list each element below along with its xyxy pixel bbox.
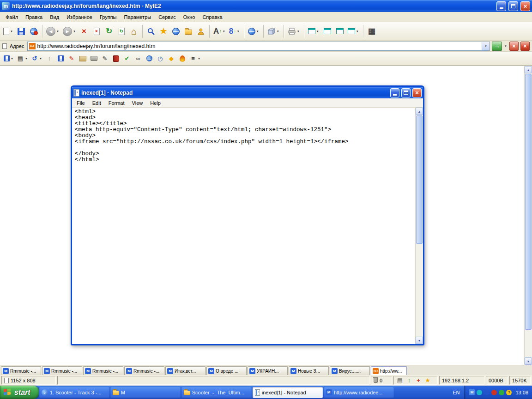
menu-options[interactable]: Параметры: [121, 13, 155, 21]
tool-book-button[interactable]: [111, 53, 121, 64]
window-tool-1-button[interactable]: ▾: [307, 24, 321, 39]
notepad-menu-file[interactable]: File: [73, 99, 89, 107]
refresh-all-button[interactable]: ↻: [115, 24, 127, 39]
forward-button[interactable]: ▶▾: [61, 24, 78, 39]
menu-file[interactable]: Файл: [2, 13, 22, 21]
menu-groups[interactable]: Группы: [96, 13, 121, 21]
notepad-close-button[interactable]: ×: [412, 88, 422, 97]
page-tab-3[interactable]: MRmmusic -...: [83, 366, 123, 375]
stop-all-button[interactable]: ×: [91, 24, 103, 39]
tool-disk-button[interactable]: [55, 53, 66, 64]
tray-network-icon[interactable]: [484, 390, 490, 395]
page-tab-1[interactable]: MRmmusic -...: [1, 366, 41, 375]
counter-button[interactable]: 8↓▾: [228, 24, 242, 39]
notepad-scrollbar[interactable]: ▲ ▼: [415, 108, 423, 344]
notepad-menu-help[interactable]: Help: [146, 99, 164, 107]
menu-help[interactable]: Справка: [199, 13, 226, 21]
plugin-indicator-icon[interactable]: +: [415, 377, 422, 383]
upload-indicator-icon[interactable]: ↑: [405, 377, 413, 383]
menu-edit[interactable]: Правка: [22, 13, 46, 21]
close-all-button[interactable]: ×: [520, 42, 530, 51]
tool-save-button[interactable]: ▾: [3, 53, 15, 64]
close-tab-button[interactable]: ×: [509, 42, 519, 51]
notepad-titlebar[interactable]: inexed[1] - Notepad ×: [72, 87, 423, 98]
window-tool-1-dropdown-icon[interactable]: ▾: [316, 30, 320, 33]
browser-restore-button[interactable]: [508, 1, 518, 11]
refresh-button[interactable]: ↻: [103, 24, 115, 39]
favorites-button[interactable]: ★: [157, 24, 169, 39]
tool-package-button[interactable]: [78, 53, 88, 64]
tool-links-button[interactable]: ∞: [133, 53, 143, 64]
window-indicator-icon[interactable]: ▤: [396, 377, 404, 383]
tool-lines-button[interactable]: ≡▾: [188, 53, 202, 64]
print-button[interactable]: ▾: [286, 24, 302, 39]
tray-myie-icon[interactable]: M: [469, 389, 475, 395]
browser-minimize-button[interactable]: [496, 1, 506, 11]
window-tool-4-button[interactable]: ▾: [346, 24, 361, 39]
taskbar-task-notepad[interactable]: inexed[1] - Notepad: [253, 387, 323, 398]
taskbar-task-folder-m[interactable]: M: [110, 387, 181, 398]
stop-button[interactable]: ×: [78, 24, 90, 39]
save-button[interactable]: [15, 24, 27, 39]
page-tab-4[interactable]: MRmmusic -...: [124, 366, 164, 375]
proxy-button[interactable]: ▾: [247, 24, 261, 39]
page-tab-8[interactable]: MНовые З...: [289, 366, 329, 375]
page-scrollbar[interactable]: ▲ ▼: [524, 66, 532, 365]
notepad-textarea[interactable]: <html> <head> <title></title> <meta http…: [72, 108, 415, 344]
start-button[interactable]: start: [0, 386, 39, 399]
tool-forms-button[interactable]: ▤▾: [16, 53, 29, 64]
notepad-menu-view[interactable]: View: [128, 99, 147, 107]
browser-close-button[interactable]: ×: [520, 1, 530, 11]
folders-button[interactable]: [182, 24, 194, 39]
counter-dropdown-icon[interactable]: ▾: [236, 30, 240, 33]
internet-button[interactable]: [170, 24, 182, 39]
page-tab-10-active[interactable]: DJhttp://ww...: [371, 366, 407, 375]
page-tab-7[interactable]: MУКРАИН...: [248, 366, 288, 375]
scroll-up-button[interactable]: ▲: [416, 108, 423, 115]
go-dropdown-icon[interactable]: ▾: [504, 44, 508, 48]
tool-forms-dropdown-icon[interactable]: ▾: [24, 57, 28, 60]
taskbar-task-media-player[interactable]: ♪ 1. Scooter - Track 3 -...: [39, 387, 109, 398]
connections-button[interactable]: [28, 24, 40, 39]
menu-tools[interactable]: Сервис: [155, 13, 180, 21]
tool-undo-dropdown-icon[interactable]: ▾: [39, 57, 42, 60]
window-tool-4-dropdown-icon[interactable]: ▾: [356, 30, 359, 33]
notepad-maximize-button[interactable]: [401, 88, 411, 97]
grid-view-button[interactable]: ▦: [366, 24, 378, 39]
tool-up-button[interactable]: ↑: [44, 53, 54, 64]
menu-window[interactable]: Окно: [180, 13, 199, 21]
font-size-button[interactable]: A↕▾: [212, 24, 227, 39]
scroll-down-button[interactable]: ▼: [416, 337, 423, 344]
back-dropdown-icon[interactable]: ▾: [56, 30, 60, 33]
address-history-dropdown[interactable]: ▼: [482, 42, 490, 50]
window-tool-3-button[interactable]: [334, 24, 346, 39]
page-tab-2[interactable]: MRmmusic -...: [42, 366, 82, 375]
scroll-track[interactable]: [525, 73, 532, 357]
taskbar-task-folder-scooter[interactable]: Scooter_-_The_Ultim...: [181, 387, 252, 398]
page-tab-6[interactable]: MО вреде ...: [206, 366, 247, 375]
scroll-up-button[interactable]: ▲: [525, 66, 532, 73]
tool-note-button[interactable]: ✎: [100, 53, 110, 64]
plugins-dropdown-icon[interactable]: ▾: [276, 30, 280, 33]
tray-volume-icon[interactable]: [477, 390, 482, 395]
new-page-dropdown-icon[interactable]: ▾: [10, 30, 13, 33]
home-button[interactable]: ⌂: [128, 24, 140, 39]
profile-button[interactable]: [195, 24, 207, 39]
language-indicator[interactable]: EN: [448, 390, 464, 395]
notepad-menu-format[interactable]: Format: [105, 99, 128, 107]
tool-check-button[interactable]: ✔: [122, 53, 132, 64]
notepad-menu-edit[interactable]: Edit: [89, 99, 105, 107]
new-page-button[interactable]: ▾: [2, 24, 15, 39]
browser-titlebar[interactable]: m http://www.radiodeejay.hr/forum/lang/i…: [0, 0, 532, 12]
font-size-dropdown-icon[interactable]: ▾: [222, 30, 226, 33]
scroll-track[interactable]: [416, 115, 423, 337]
address-input[interactable]: [37, 42, 480, 50]
tool-save-dropdown-icon[interactable]: ▾: [10, 57, 14, 60]
notepad-minimize-button[interactable]: [390, 88, 399, 97]
address-field[interactable]: DJ ▼: [27, 42, 490, 51]
favorites-indicator-icon[interactable]: ★: [424, 377, 431, 383]
menu-favorites[interactable]: Избранное: [63, 13, 96, 21]
tray-antivirus-icon[interactable]: [491, 390, 497, 395]
tool-capture-button[interactable]: [89, 53, 99, 64]
page-tab-9[interactable]: MВирус.......: [330, 366, 370, 375]
